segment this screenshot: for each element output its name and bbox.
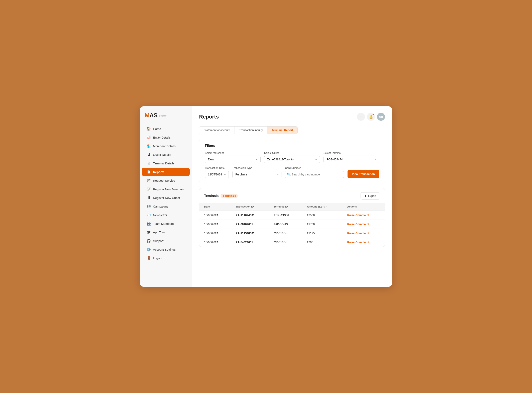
account-settings-icon: ⚙️ <box>147 247 151 251</box>
sidebar-label-support: Support <box>153 239 164 243</box>
logo-prime: PRIME <box>159 115 167 118</box>
terminal-label: Select Terminal <box>323 151 379 154</box>
col-transaction-id: Transaction ID <box>231 203 269 211</box>
sidebar-item-account-settings[interactable]: ⚙️ Account Settings <box>142 245 190 254</box>
tab-statement[interactable]: Statement of account <box>199 127 235 134</box>
filter-card: Filters Select Merchant Zara Select Outl… <box>199 139 385 183</box>
cell-action-2: Raise Complaint <box>343 229 385 238</box>
table-row: 15/05/2024 ZA-68102001 TAB-56419 £1700 R… <box>199 220 385 229</box>
sidebar-label-terminal-details: Terminal Details <box>153 162 174 165</box>
cell-date-3: 15/05/2024 <box>199 238 231 247</box>
sidebar-item-request-service[interactable]: ⏰ Request Service <box>142 176 190 185</box>
cell-txn-id-3: ZA-54024001 <box>231 238 269 247</box>
table-row: 15/05/2024 ZA-54024001 CR-61654 £900 Rai… <box>199 238 385 247</box>
sidebar-item-reports[interactable]: 📋 Reports <box>142 168 190 176</box>
sidebar-item-support[interactable]: 🎧 Support <box>142 237 190 245</box>
raise-complaint-button-0[interactable]: Raise Complaint <box>347 214 369 217</box>
merchant-label: Select Merchant <box>205 151 261 154</box>
sidebar-item-terminal-details[interactable]: 🖨 Terminal Details <box>142 159 190 167</box>
nav-list: 🏠 Home 📊 Entity Details 🏪 Merchant Detai… <box>140 124 192 283</box>
sidebar-label-home: Home <box>153 127 161 131</box>
app-tour-icon: 🎓 <box>147 230 151 234</box>
merchant-details-icon: 🏪 <box>147 144 151 148</box>
register-outlet-icon: 🖥 <box>147 196 151 200</box>
merchant-select[interactable]: Zara <box>205 156 261 163</box>
col-date: Date <box>199 203 231 211</box>
sidebar-label-request-service: Request Service <box>153 179 175 182</box>
view-btn-wrap: View Transaction <box>348 167 379 178</box>
outlet-select[interactable]: Zara-798412-Toronto <box>264 156 320 163</box>
sort-arrow: ↑ <box>326 205 327 208</box>
raise-complaint-button-2[interactable]: Raise Complaint <box>347 232 369 235</box>
sidebar-item-logout[interactable]: 🚪 Logout <box>142 254 190 262</box>
outlet-details-icon: 🖥 <box>147 152 151 157</box>
sidebar-item-team-members[interactable]: 👥 Team Members <box>142 219 190 228</box>
cell-date-1: 15/05/2024 <box>199 220 231 229</box>
cell-date-0: 15/05/2024 <box>199 211 231 220</box>
table-title-area: Teminals 4 Terminals <box>204 194 238 198</box>
terminal-select[interactable]: POS-654474 <box>323 156 379 163</box>
sidebar-label-logout: Logout <box>153 256 162 260</box>
sidebar-item-outlet-details[interactable]: 🖥 Outlet Details <box>142 150 190 159</box>
grid-icon: ⊞ <box>359 115 362 119</box>
notification-button[interactable]: 🔔 <box>367 113 375 121</box>
reports-icon: 📋 <box>147 170 151 174</box>
sidebar-item-app-tour[interactable]: 🎓 App Tour <box>142 228 190 236</box>
filter-row-2: Transaction Date 12/05/2024 Transaction … <box>205 167 379 178</box>
avatar-button[interactable]: OR <box>377 113 385 121</box>
date-select[interactable]: 12/05/2024 <box>205 171 229 178</box>
table-header-row: Teminals 4 Terminals ⬇ Export <box>199 188 385 203</box>
col-terminal-id: Terminal ID <box>269 203 302 211</box>
export-button[interactable]: ⬇ Export <box>360 192 380 200</box>
sidebar-label-campaigns: Campaigns <box>153 205 168 208</box>
sidebar-label-entity-details: Entity Details <box>153 136 171 139</box>
search-icon: 🔍 <box>287 173 291 176</box>
view-transaction-button[interactable]: View Transaction <box>348 170 379 178</box>
page-title: Reports <box>199 114 219 120</box>
cell-amount-0: £2500 <box>302 211 342 220</box>
sidebar-item-register-outlet[interactable]: 🖥 Register New Outlet <box>142 193 190 202</box>
outlet-label: Select Outlet <box>264 151 320 154</box>
sidebar-label-reports: Reports <box>153 170 164 174</box>
card-number-input[interactable] <box>285 171 344 178</box>
sidebar-label-team-members: Team Members <box>153 222 174 225</box>
cell-terminal-id-1: TAB-56419 <box>269 220 302 229</box>
terminal-details-icon: 🖨 <box>147 161 151 165</box>
main-content: Reports ⊞ 🔔 OR Statement of accountTrans… <box>192 106 392 287</box>
cell-action-1: Raise Complaint <box>343 220 385 229</box>
sidebar-item-newsletter[interactable]: ✉️ Newsletter <box>142 211 190 219</box>
campaigns-icon: 📢 <box>147 204 151 208</box>
col-actions: Actions <box>343 203 385 211</box>
date-label: Transaction Date <box>205 167 229 169</box>
sidebar-label-newsletter: Newsletter <box>153 213 167 217</box>
table-title: Teminals <box>204 194 219 198</box>
type-select[interactable]: Purchase <box>232 171 281 178</box>
sidebar-label-outlet-details: Outlet Details <box>153 153 171 156</box>
logout-icon: 🚪 <box>147 256 151 260</box>
sidebar-item-home[interactable]: 🏠 Home <box>142 124 190 133</box>
table-row: 15/05/2024 ZA-111548001 CR-61654 £1125 R… <box>199 229 385 238</box>
register-merchant-icon: 📝 <box>147 187 151 191</box>
merchant-filter-group: Select Merchant Zara <box>205 151 261 163</box>
sidebar-item-campaigns[interactable]: 📢 Campaigns <box>142 202 190 211</box>
date-filter-group: Transaction Date 12/05/2024 <box>205 167 229 178</box>
sidebar-item-register-merchant[interactable]: 📝 Register New Merchant <box>142 185 190 193</box>
sidebar-item-merchant-details[interactable]: 🏪 Merchant Details <box>142 142 190 150</box>
raise-complaint-button-1[interactable]: Raise Complaint <box>347 223 369 226</box>
cell-amount-2: £1125 <box>302 229 342 238</box>
tab-terminal-report[interactable]: Terminal Report <box>267 127 297 134</box>
card-label: Card Number <box>285 167 344 169</box>
raise-complaint-button-3[interactable]: Raise Complaint <box>347 241 369 244</box>
logo-area: MAS PRIME <box>140 112 192 124</box>
terminal-filter-group: Select Terminal POS-654474 <box>323 151 379 163</box>
home-icon: 🏠 <box>147 127 151 131</box>
type-label: Transaction Type <box>232 167 281 169</box>
support-icon: 🎧 <box>147 239 151 243</box>
table-row: 15/05/2024 ZA-111024001 TER -21956 £2500… <box>199 211 385 220</box>
cell-action-3: Raise Complaint <box>343 238 385 247</box>
tab-transaction-inquiry[interactable]: Transaction inquiry <box>235 127 267 134</box>
grid-icon-button[interactable]: ⊞ <box>357 113 365 121</box>
terminals-badge: 4 Terminals <box>220 194 238 198</box>
sidebar-item-entity-details[interactable]: 📊 Entity Details <box>142 133 190 142</box>
card-input-wrap: 🔍 <box>285 171 344 178</box>
